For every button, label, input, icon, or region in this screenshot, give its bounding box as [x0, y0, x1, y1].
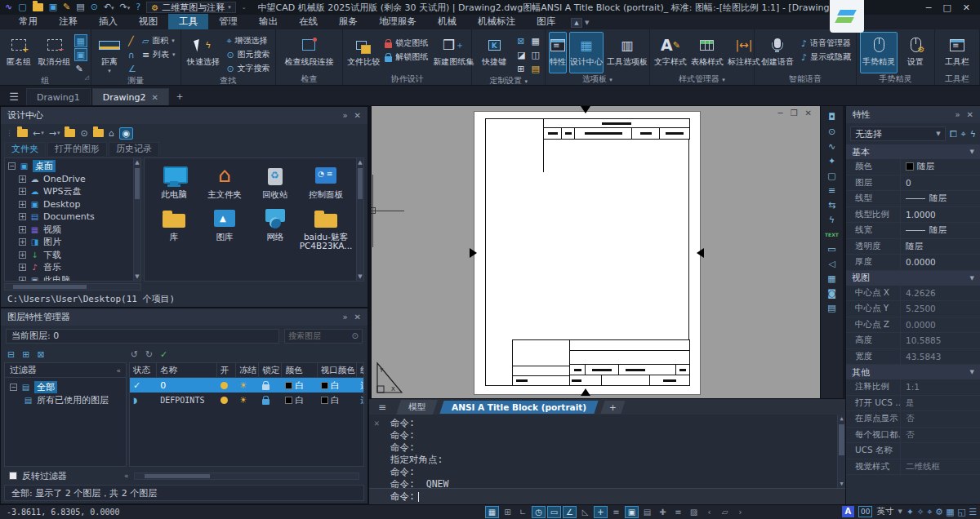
tree-item-downloads[interactable]: + ↓ 下载: [8, 249, 140, 262]
next-icon[interactable]: ›: [733, 506, 747, 518]
unit-dropdown-icon[interactable]: ▼: [898, 508, 902, 515]
linetype-cell[interactable]: 连续: [357, 394, 363, 406]
qrcode-button[interactable]: ◫: [530, 48, 541, 61]
delete-layer-icon[interactable]: ↻: [145, 349, 153, 360]
alias-edit-button[interactable]: ⊠: [515, 34, 527, 47]
up-folder-icon[interactable]: [65, 129, 75, 137]
layer-table-header[interactable]: 状态 名称 开 冻结 锁定 颜色 视口颜色 线型: [130, 363, 363, 378]
tab-online[interactable]: 在线: [288, 14, 328, 29]
gesture-wizard-button[interactable]: 手势精灵: [860, 32, 898, 73]
close-icon[interactable]: ✕: [354, 111, 361, 120]
command-input[interactable]: 命令:: [369, 488, 845, 504]
close-icon[interactable]: ✕: [354, 313, 361, 322]
customize-label[interactable]: 定制设置 ▾: [472, 75, 545, 86]
polar-tracking-icon[interactable]: ◷: [532, 506, 546, 518]
isolate-objects-icon[interactable]: ⌖: [927, 507, 932, 517]
close-command-icon[interactable]: ✕: [374, 418, 380, 428]
property-row[interactable]: 中心点 Z 0.0000: [846, 317, 980, 334]
ribbon-collapse-icon[interactable]: ▲: [571, 18, 582, 28]
voice-label[interactable]: 智能语音: [755, 73, 856, 85]
collapse-icon[interactable]: «: [124, 472, 129, 480]
measure-label[interactable]: 测量: [91, 75, 180, 86]
pin-icon[interactable]: »: [342, 313, 347, 322]
grid-icon[interactable]: ▦: [485, 506, 499, 518]
dc-item-homefolder[interactable]: ⌂ 主文件夹: [200, 165, 249, 199]
dc-tab-history[interactable]: 历史记录: [109, 142, 159, 156]
add-layout-tab[interactable]: +: [600, 401, 625, 414]
expand-icon[interactable]: +: [19, 277, 26, 282]
freeze-icon[interactable]: ☀: [239, 395, 247, 406]
preview-toggle-icon[interactable]: ◉: [119, 127, 134, 140]
tab-mech-dim[interactable]: 机械标注: [467, 14, 526, 29]
property-row[interactable]: 中心点 X 4.2626: [846, 286, 980, 302]
design-center-titlebar[interactable]: 设计中心 »✕: [1, 107, 368, 124]
expand-icon[interactable]: +: [19, 175, 26, 183]
layout-tab-ansi-a[interactable]: ANSI A Title Block (portrait): [439, 401, 598, 414]
area-button[interactable]: ▱面积▾: [140, 34, 177, 47]
viewport-icon[interactable]: ▭: [824, 242, 840, 256]
minimize-button[interactable]: ─: [926, 2, 932, 13]
redo-icon[interactable]: ↷▾: [120, 2, 131, 14]
text-search-button[interactable]: ⊙文字搜索: [225, 62, 271, 75]
expand-icon[interactable]: +: [19, 213, 26, 220]
layer-manager-titlebar[interactable]: 图层特性管理器 »✕: [1, 308, 368, 326]
property-row[interactable]: 厚度 0.0000: [846, 255, 980, 271]
layer-row-0[interactable]: ✓ 0 ☀ 白 白 连续: [130, 378, 363, 393]
folder-tree[interactable]: − ▣ 桌面 + ☁ OneDrive: [4, 157, 141, 282]
zoom-icon[interactable]: ⊙: [824, 124, 840, 139]
filter-all[interactable]: − ▤ 全部: [10, 380, 126, 393]
import-custom-button[interactable]: ⊞: [515, 62, 527, 75]
unlock-drawing-button[interactable]: 解锁图纸: [383, 51, 430, 64]
close-icon[interactable]: ✕: [967, 110, 973, 119]
entity-search-button[interactable]: ⊙图元搜索: [225, 48, 271, 61]
open-file-icon[interactable]: [33, 3, 43, 11]
text-style-button[interactable]: A✎ 文字样式: [653, 32, 688, 73]
help-icon[interactable]: ?: [136, 2, 140, 13]
layer-on-icon[interactable]: [220, 397, 228, 404]
ortho-icon[interactable]: ∟: [516, 506, 530, 518]
unit-label[interactable]: 英寸: [876, 506, 893, 517]
ribbon-options-icon[interactable]: ▼: [585, 20, 589, 26]
tab-service[interactable]: 服务: [328, 14, 368, 29]
annotation-visibility-icon[interactable]: A: [842, 506, 854, 517]
unlock-icon[interactable]: [262, 399, 270, 405]
property-row[interactable]: 透明度 随层: [846, 239, 980, 255]
table-hscrollbar[interactable]: [134, 472, 359, 480]
barcode-button[interactable]: ▦: [530, 34, 541, 47]
tab-annotate[interactable]: 注释: [48, 14, 88, 29]
tree-hscrollbar[interactable]: [4, 283, 141, 291]
expand-icon[interactable]: +: [19, 188, 26, 195]
toolbars-button[interactable]: 工具栏: [938, 32, 976, 73]
tree-item-videos[interactable]: + ▦ 视频: [8, 224, 140, 237]
property-row[interactable]: 图层 0: [846, 175, 980, 192]
pin-icon[interactable]: »: [342, 111, 347, 120]
object-snap-tracking-icon[interactable]: ∠: [563, 506, 577, 518]
collab-label[interactable]: 协作设计: [343, 73, 471, 85]
smart-voice-icon[interactable]: ◘: [824, 109, 840, 124]
anonymous-group-button[interactable]: + 匿名组: [3, 32, 35, 75]
hardware-accel-icon[interactable]: ▦: [946, 507, 954, 517]
smart-select-icon[interactable]: ✦: [824, 153, 840, 168]
tree-item-desktop[interactable]: + ▣ Desktop: [8, 198, 140, 211]
search-icon[interactable]: ⊙: [80, 128, 87, 139]
new-doc-tab-button[interactable]: ＋: [171, 88, 189, 105]
save-icon[interactable]: ▣: [49, 2, 57, 13]
property-row[interactable]: 线宽 随层: [846, 223, 980, 239]
dc-tab-folders[interactable]: 文件夹: [4, 142, 46, 156]
tab-library[interactable]: 图库: [526, 14, 566, 29]
collapse-icon[interactable]: −: [10, 384, 17, 391]
section-header-basic[interactable]: 基本▼: [846, 144, 980, 159]
workspace-icon[interactable]: ✦: [906, 507, 914, 517]
save-as-icon[interactable]: ✎: [63, 2, 70, 13]
load-icon[interactable]: [17, 129, 28, 137]
layer-on-icon[interactable]: [220, 382, 228, 389]
properties-titlebar[interactable]: 特性 »✕: [846, 106, 980, 123]
comment-icon[interactable]: ◙: [824, 286, 840, 300]
pin-icon[interactable]: »: [955, 110, 960, 119]
select-objects-icon[interactable]: ⌖: [961, 129, 966, 140]
dc-item-baidu[interactable]: baidu-魅客 PC4B23KA...: [301, 207, 350, 251]
dc-item-gallery[interactable]: 图库: [200, 207, 249, 251]
tab-tools[interactable]: 工具: [168, 14, 208, 29]
layer-search-box[interactable]: ⊙: [284, 329, 363, 344]
tree-item-wps[interactable]: + ☁ WPS云盘: [8, 185, 140, 198]
